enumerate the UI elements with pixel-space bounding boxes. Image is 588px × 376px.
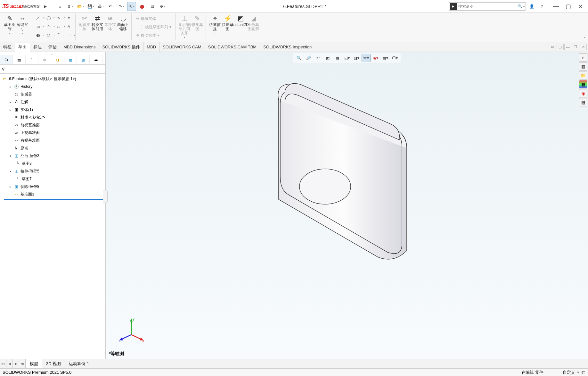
smart-dimension-button[interactable]: ↔智能尺寸: [16, 13, 29, 40]
linear-pattern-button[interactable]: ⋮⋮ 线性草图阵列 ▾: [134, 23, 173, 31]
point-icon[interactable]: ✶: [64, 14, 73, 22]
circle-icon[interactable]: ◯: [44, 14, 53, 22]
feature-tree[interactable]: 🗀6.Features (默认<<默认>_显示状态 1>) ▸🕘History …: [0, 74, 105, 359]
property-manager-tab-icon[interactable]: ▤: [13, 55, 26, 64]
mirror-entities-button[interactable]: ⇔ 镜向实体: [134, 15, 173, 22]
tab-annotate[interactable]: 标注: [30, 42, 45, 52]
options-icon[interactable]: ▤: [148, 2, 157, 11]
bottom-tab-model[interactable]: 模型: [26, 359, 42, 368]
arc-icon[interactable]: ◠: [44, 23, 53, 30]
taskpane-custom-props-icon[interactable]: ▤: [579, 98, 587, 106]
sketch-button[interactable]: ✎草图绘制: [3, 13, 16, 40]
taskpane-home-icon[interactable]: ⌂: [579, 53, 587, 62]
spline-icon[interactable]: ∿: [54, 14, 63, 22]
display-manager-tab-icon[interactable]: ◑: [51, 55, 64, 64]
search-icon[interactable]: 🔍: [517, 4, 526, 9]
zoom-area-icon[interactable]: 🔎: [304, 54, 313, 62]
zoom-fit-icon[interactable]: 🔍: [294, 54, 303, 62]
tree-cut-extrude8[interactable]: ▸▣切除-拉伸8: [2, 183, 105, 190]
tab-nav-first-icon[interactable]: ⏮: [0, 359, 6, 368]
taskpane-palette-icon[interactable]: ▦: [579, 80, 587, 88]
tab-addins[interactable]: SOLIDWORKS 插件: [99, 42, 143, 52]
section-view-icon[interactable]: ◩: [323, 54, 332, 62]
view-triad[interactable]: y x z: [118, 317, 144, 343]
bottom-tab-motion[interactable]: 运动算例 1: [65, 359, 93, 368]
shaded-sketch-contour-button[interactable]: ◢上色草图轮廓: [247, 13, 260, 40]
polygon-icon[interactable]: ⬡: [44, 31, 53, 39]
select-icon[interactable]: ↖: [127, 2, 136, 11]
tab-mbd-dimensions[interactable]: MBD Dimensions: [60, 42, 99, 52]
slot-icon[interactable]: ◖◗: [34, 31, 43, 39]
tab-nav-next-icon[interactable]: ▶: [13, 359, 19, 368]
dynamic-annot-icon[interactable]: ▦: [333, 54, 342, 62]
taskpane-resources-icon[interactable]: ▥: [579, 62, 587, 71]
save-icon[interactable]: 💾: [86, 2, 95, 11]
open-icon[interactable]: 📂: [76, 2, 85, 11]
ellipse-icon[interactable]: ⬭: [54, 23, 63, 30]
tree-right-plane[interactable]: ▱右视基准面: [2, 137, 105, 144]
close-button[interactable]: ✕: [575, 2, 586, 11]
prev-view-icon[interactable]: ↶: [314, 54, 323, 62]
tab-cam[interactable]: SOLIDWORKS CAM: [159, 42, 205, 52]
display-delete-relations-button[interactable]: ⊥显示/删除几何关系: [178, 13, 191, 40]
ribbon-collapse-icon[interactable]: ⌃: [583, 36, 586, 41]
user-icon[interactable]: 👤: [527, 2, 536, 11]
doc-window-icon[interactable]: ▢: [557, 44, 564, 50]
cam-tree-tab-icon[interactable]: ▦: [64, 55, 77, 64]
tree-annotations[interactable]: ▸A注解: [2, 98, 105, 106]
repair-sketch-button[interactable]: ✎修复草图: [191, 13, 204, 40]
panel-splitter-handle[interactable]: [103, 190, 108, 203]
print-icon[interactable]: 🖶: [96, 2, 105, 11]
doc-close-icon[interactable]: ✕: [580, 44, 587, 50]
home-icon[interactable]: ⌂: [55, 2, 64, 11]
config-manager-tab-icon[interactable]: 🏳: [26, 55, 38, 64]
minimize-button[interactable]: —: [550, 2, 562, 11]
tab-nav-last-icon[interactable]: ⏭: [19, 359, 26, 368]
instant2d-button[interactable]: ◩Instant2D: [234, 13, 247, 40]
tree-top-plane[interactable]: ▱上视基准面: [2, 129, 105, 137]
tab-features[interactable]: 特征: [0, 42, 15, 52]
graphics-viewport[interactable]: 🔍 🔎 ↶ ◩ ▦ ◰▾ ◨▾ 👁▾ ◉▾ ▦▾ 🖵▾: [106, 52, 588, 359]
tree-front-plane[interactable]: ▱前视基准面: [2, 121, 105, 129]
tree-filter-icon[interactable]: ∇: [0, 65, 105, 74]
display-style-icon[interactable]: ◨▾: [352, 54, 361, 62]
taskpane-appearances-icon[interactable]: ◉: [579, 89, 587, 97]
search-input[interactable]: [457, 4, 517, 9]
trim-button[interactable]: ✂剪裁实体: [78, 13, 91, 40]
undo-icon[interactable]: ↶: [107, 2, 116, 11]
bottom-tab-3dview[interactable]: 3D 视图: [42, 359, 65, 368]
rectangle-icon[interactable]: ▭: [34, 23, 43, 30]
tree-solid-bodies[interactable]: ▸▣实体(1): [2, 106, 105, 113]
taskpane-design-library-icon[interactable]: 📁: [579, 71, 587, 79]
settings-gear-icon[interactable]: ⚙: [158, 2, 167, 11]
maximize-button[interactable]: ▢: [562, 2, 574, 11]
convert-entities-button[interactable]: ⇄转换实体引用: [91, 13, 104, 40]
tree-history[interactable]: ▸🕘History: [2, 83, 105, 90]
rollback-bar[interactable]: [4, 199, 105, 200]
tab-overflow-icon[interactable]: ◂▸: [90, 55, 102, 64]
status-tag-icon[interactable]: 🏷: [581, 370, 585, 375]
cam-ops-tab-icon[interactable]: ▩: [77, 55, 90, 64]
tree-extrude-thin5[interactable]: ▾◫拉伸-薄壁5: [2, 167, 105, 175]
help-icon[interactable]: ?: [537, 2, 546, 11]
text-icon[interactable]: A: [64, 23, 73, 30]
offset-entities-button[interactable]: ≋等距实体: [104, 13, 117, 40]
move-entities-button[interactable]: ✥ 移动实体 ▾: [134, 31, 173, 39]
rebuild-icon[interactable]: ⬤: [137, 2, 146, 11]
tab-sketch[interactable]: 草图: [15, 43, 30, 52]
doc-maximize-icon[interactable]: ❐: [572, 44, 579, 50]
view-orientation-icon[interactable]: ◰▾: [342, 54, 351, 62]
tree-sketch7[interactable]: └草图7: [2, 175, 105, 183]
scene-icon[interactable]: ▦▾: [381, 54, 390, 62]
doc-link-icon[interactable]: ⧉: [549, 44, 556, 50]
tree-origin[interactable]: ↳原点: [2, 144, 105, 152]
panel-grip-icon[interactable]: ⋯: [0, 52, 105, 55]
tree-material[interactable]: ≡材质 <未指定>: [2, 113, 105, 121]
doc-minimize-icon[interactable]: —: [564, 44, 571, 50]
tab-nav-prev-icon[interactable]: ◀: [6, 359, 13, 368]
tree-root[interactable]: 🗀6.Features (默认<<默认>_显示状态 1>): [2, 75, 105, 83]
line-icon[interactable]: ／: [34, 14, 43, 22]
tab-evaluate[interactable]: 评估: [45, 42, 60, 52]
tab-cam-tbm[interactable]: SOLIDWORKS CAM TBM: [205, 42, 260, 52]
tree-sensors[interactable]: ◎传感器: [2, 90, 105, 98]
